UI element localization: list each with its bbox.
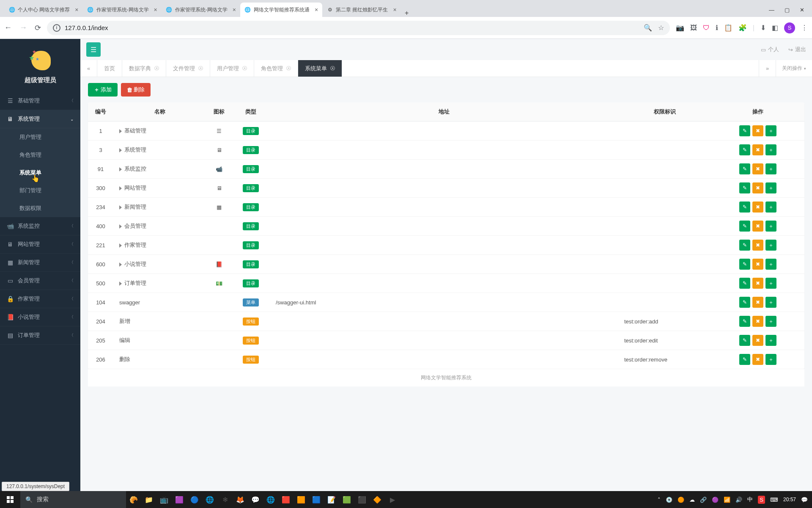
sidebar-item-author[interactable]: 🔒作家管理〈: [0, 290, 80, 308]
row-delete-button[interactable]: ✖: [752, 259, 763, 270]
close-icon[interactable]: ⓧ: [242, 65, 247, 72]
search-icon[interactable]: 🔍: [644, 24, 652, 32]
expand-caret-icon[interactable]: [119, 148, 122, 152]
sidebar-item-website[interactable]: 🖥网站管理〈: [0, 235, 80, 254]
row-add-button[interactable]: ＋: [765, 316, 776, 327]
extension-icon[interactable]: ℹ: [716, 24, 718, 32]
panel-icon[interactable]: ◧: [772, 24, 778, 32]
close-icon[interactable]: ⓧ: [286, 65, 291, 72]
tab-sysmenu[interactable]: 系统菜单ⓧ: [298, 60, 342, 77]
row-edit-button[interactable]: ✎: [739, 202, 750, 213]
sidebar-item-system[interactable]: 🖥系统管理⌄: [0, 110, 80, 128]
close-icon[interactable]: ⓧ: [154, 65, 159, 72]
browser-tab[interactable]: ⚙第二章 摇红烛影忆平生×: [322, 3, 401, 17]
tab-user[interactable]: 用户管理ⓧ: [210, 60, 254, 77]
menu-icon[interactable]: ⋮: [801, 24, 808, 32]
tab-file[interactable]: 文件管理ⓧ: [166, 60, 210, 77]
row-edit-button[interactable]: ✎: [739, 221, 750, 232]
tab-close-icon[interactable]: ×: [315, 6, 318, 13]
tabs-scroll-right[interactable]: »: [759, 60, 776, 77]
tab-role[interactable]: 角色管理ⓧ: [254, 60, 298, 77]
logout-link[interactable]: ↪退出: [788, 46, 806, 53]
row-edit-button[interactable]: ✎: [739, 182, 750, 193]
site-info-icon[interactable]: i: [53, 24, 60, 32]
shield-icon[interactable]: 🛡: [703, 24, 710, 32]
expand-caret-icon[interactable]: [119, 129, 122, 133]
row-delete-button[interactable]: ✖: [752, 240, 763, 251]
sidebar-item-basic[interactable]: ☰基础管理〈: [0, 92, 80, 110]
row-delete-button[interactable]: ✖: [752, 278, 763, 289]
add-button[interactable]: ＋添加: [88, 83, 118, 97]
sidebar-toggle-button[interactable]: ☰: [86, 42, 101, 57]
new-tab-button[interactable]: +: [401, 9, 413, 17]
close-operations-dropdown[interactable]: 关闭操作▾: [776, 60, 812, 77]
maximize-icon[interactable]: ▢: [785, 7, 790, 13]
row-edit-button[interactable]: ✎: [739, 144, 750, 155]
browser-tab[interactable]: 🌐作家管理系统-网络文学×: [162, 3, 240, 17]
sidebar-item-dataperm[interactable]: 数据权限: [0, 199, 80, 217]
row-add-button[interactable]: ＋: [765, 278, 776, 289]
expand-caret-icon[interactable]: [119, 282, 122, 286]
expand-caret-icon[interactable]: [119, 205, 122, 210]
row-add-button[interactable]: ＋: [765, 221, 776, 232]
sidebar-item-roles[interactable]: 角色管理: [0, 146, 80, 164]
reload-icon[interactable]: ⟳: [35, 23, 41, 33]
personal-link[interactable]: ▭个人: [761, 46, 779, 53]
forward-icon[interactable]: →: [19, 23, 27, 32]
browser-tab[interactable]: 🌐作家管理系统-网络文学×: [83, 3, 162, 17]
row-add-button[interactable]: ＋: [765, 163, 776, 174]
row-delete-button[interactable]: ✖: [752, 316, 763, 327]
sidebar-item-monitor[interactable]: 📹系统监控〈: [0, 217, 80, 235]
tab-dict[interactable]: 数据字典ⓧ: [122, 60, 166, 77]
row-edit-button[interactable]: ✎: [739, 354, 750, 365]
row-delete-button[interactable]: ✖: [752, 335, 763, 346]
expand-caret-icon[interactable]: [119, 262, 122, 267]
tabs-scroll-left[interactable]: «: [80, 60, 97, 77]
camera-icon[interactable]: 📷: [676, 24, 684, 32]
row-add-button[interactable]: ＋: [765, 125, 776, 136]
row-add-button[interactable]: ＋: [765, 202, 776, 213]
tab-close-icon[interactable]: ×: [75, 6, 78, 13]
row-delete-button[interactable]: ✖: [752, 163, 763, 174]
sidebar-item-member[interactable]: ▭会员管理〈: [0, 272, 80, 290]
row-delete-button[interactable]: ✖: [752, 202, 763, 213]
sidebar-item-order[interactable]: ▤订单管理〈: [0, 326, 80, 345]
tab-home[interactable]: 首页: [97, 60, 122, 77]
row-add-button[interactable]: ＋: [765, 259, 776, 270]
address-bar[interactable]: i 127.0.0.1/index 🔍 ☆: [47, 21, 670, 35]
row-edit-button[interactable]: ✎: [739, 259, 750, 270]
download-icon[interactable]: ⬇: [760, 24, 766, 32]
row-edit-button[interactable]: ✎: [739, 125, 750, 136]
expand-caret-icon[interactable]: [119, 224, 122, 229]
row-edit-button[interactable]: ✎: [739, 316, 750, 327]
expand-caret-icon[interactable]: [119, 243, 122, 248]
sidebar-item-news[interactable]: ▦新闻管理〈: [0, 254, 80, 272]
profile-avatar[interactable]: S: [784, 22, 795, 33]
row-delete-button[interactable]: ✖: [752, 125, 763, 136]
tab-close-icon[interactable]: ×: [393, 6, 396, 13]
back-icon[interactable]: ←: [4, 23, 12, 32]
row-add-button[interactable]: ＋: [765, 182, 776, 193]
row-delete-button[interactable]: ✖: [752, 221, 763, 232]
expand-caret-icon[interactable]: [119, 167, 122, 171]
expand-caret-icon[interactable]: [119, 186, 122, 190]
browser-tab-active[interactable]: 🌐网络文学智能推荐系统通×: [240, 3, 322, 17]
row-add-button[interactable]: ＋: [765, 354, 776, 365]
image-icon[interactable]: 🖼: [690, 24, 697, 32]
row-delete-button[interactable]: ✖: [752, 144, 763, 155]
row-edit-button[interactable]: ✎: [739, 335, 750, 346]
row-add-button[interactable]: ＋: [765, 297, 776, 308]
tab-close-icon[interactable]: ×: [154, 6, 157, 13]
row-delete-button[interactable]: ✖: [752, 354, 763, 365]
bookmark-icon[interactable]: ☆: [658, 24, 664, 32]
close-window-icon[interactable]: ✕: [800, 7, 804, 13]
delete-button[interactable]: 🗑删除: [121, 83, 151, 97]
puzzle-icon[interactable]: 🧩: [738, 24, 747, 32]
row-edit-button[interactable]: ✎: [739, 240, 750, 251]
row-add-button[interactable]: ＋: [765, 335, 776, 346]
row-delete-button[interactable]: ✖: [752, 297, 763, 308]
sidebar-item-users[interactable]: 用户管理: [0, 128, 80, 146]
close-icon[interactable]: ⓧ: [330, 65, 335, 72]
clipboard-icon[interactable]: 📋: [724, 24, 732, 32]
row-edit-button[interactable]: ✎: [739, 163, 750, 174]
